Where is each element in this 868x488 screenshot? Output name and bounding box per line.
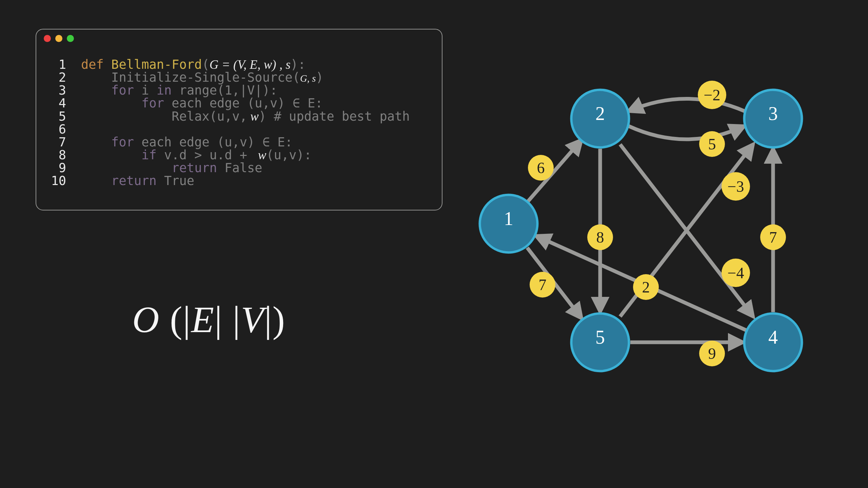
weight-1-5: 7	[530, 272, 555, 298]
bar: |	[183, 299, 191, 340]
code-block: 1def Bellman-Ford(G = (V, E, w) , s): 2 …	[46, 45, 432, 200]
var-i: i	[134, 83, 157, 98]
paren: (	[202, 57, 209, 72]
call-relax: Relax(u,v,	[172, 109, 247, 124]
weight-label: 8	[596, 229, 604, 246]
node-2: 2	[571, 90, 629, 147]
node-4: 4	[744, 313, 802, 371]
weight-label: 6	[537, 159, 545, 177]
line-number: 3	[46, 84, 66, 97]
weight-2-5: 8	[587, 224, 613, 250]
keyword-if: if	[141, 148, 157, 162]
line-number: 1	[46, 58, 66, 71]
weight-label: −4	[728, 264, 744, 282]
maximize-icon[interactable]	[67, 35, 74, 42]
math-s: s	[285, 58, 290, 72]
for-edge: each edge (u,v) ∈ E:	[134, 135, 293, 149]
edge-2-3	[629, 126, 744, 139]
set-V: V	[241, 299, 264, 340]
comment: # update best path	[266, 109, 410, 124]
node-label: 5	[595, 327, 605, 348]
weight-5-4: 9	[699, 341, 725, 366]
edge-3-2	[629, 99, 745, 111]
node-label: 3	[768, 103, 778, 124]
weight-3-2: −2	[698, 81, 726, 109]
weight-label: 9	[708, 345, 716, 362]
weight-label: −2	[704, 86, 721, 104]
close-icon[interactable]	[44, 35, 51, 42]
keyword-for: for	[111, 135, 134, 149]
weight-1-2: 6	[528, 155, 554, 181]
minimize-icon[interactable]	[55, 35, 62, 42]
weight-label: −3	[728, 178, 744, 195]
keyword-for: for	[141, 96, 164, 110]
fn-range: range	[172, 83, 217, 98]
paren: )	[316, 70, 323, 85]
paren-close: ):	[291, 57, 306, 72]
math-close: ) ,	[272, 58, 285, 72]
line-number: 4	[46, 97, 66, 110]
line-number: 8	[46, 149, 66, 162]
paren-close: )	[273, 299, 286, 340]
node-label: 2	[595, 103, 605, 124]
node-3: 3	[744, 90, 802, 147]
weight-2-3: 5	[699, 131, 725, 157]
range-args: (1,|V|):	[217, 83, 277, 98]
weight-label: 7	[769, 229, 777, 246]
set-E: E	[191, 299, 215, 340]
math-w: w	[255, 148, 266, 162]
math-w: w	[247, 109, 259, 123]
keyword-for: for	[111, 83, 134, 98]
val-false: False	[217, 161, 262, 175]
code-window: 1def Bellman-Ford(G = (V, E, w) , s): 2 …	[36, 29, 442, 210]
paren-open: (	[170, 299, 183, 340]
node-1: 1	[480, 195, 537, 252]
keyword-return: return	[172, 161, 217, 175]
bar: | |	[215, 299, 241, 340]
bar: |	[264, 299, 273, 340]
big-O: O	[132, 299, 170, 340]
graph-diagram: 1 2 3 4 5 6 7 5 −4 8 −2 7	[468, 75, 841, 396]
line-number: 10	[46, 175, 66, 187]
line-number: 6	[46, 123, 66, 136]
math-VEw: V, E, w	[237, 58, 272, 72]
function-name: Bellman-Ford	[111, 57, 202, 72]
cond: v.d > u.d +	[157, 148, 255, 162]
math-G: G	[210, 58, 219, 72]
weight-label: 7	[539, 276, 547, 293]
paren: )	[259, 109, 266, 124]
complexity-expression: O (|E| |V|)	[132, 298, 285, 341]
math-args: G, s	[300, 73, 316, 84]
node-label: 4	[768, 327, 778, 348]
weight-2-4: −4	[722, 259, 750, 287]
weight-label: 5	[708, 136, 716, 153]
weight-4-3: 7	[760, 224, 786, 250]
weight-4-1: 2	[633, 274, 659, 300]
keyword-def: def	[81, 57, 111, 72]
keyword-return: return	[111, 174, 157, 188]
node-5: 5	[571, 313, 629, 371]
cond: (u,v):	[266, 148, 312, 162]
node-label: 1	[504, 208, 513, 229]
for-edge: each edge (u,v) ∈ E:	[164, 96, 323, 110]
keyword-in: in	[157, 83, 172, 98]
line-number: 5	[46, 110, 66, 123]
window-controls	[44, 35, 432, 42]
line-number: 7	[46, 136, 66, 149]
math-eq: = (	[218, 58, 237, 72]
call-init: Initialize-Single-Source(	[111, 70, 300, 85]
weight-label: 2	[642, 279, 650, 296]
line-number: 2	[46, 71, 66, 84]
val-true: True	[157, 174, 194, 188]
weight-5-3: −3	[722, 172, 750, 201]
line-number: 9	[46, 162, 66, 175]
